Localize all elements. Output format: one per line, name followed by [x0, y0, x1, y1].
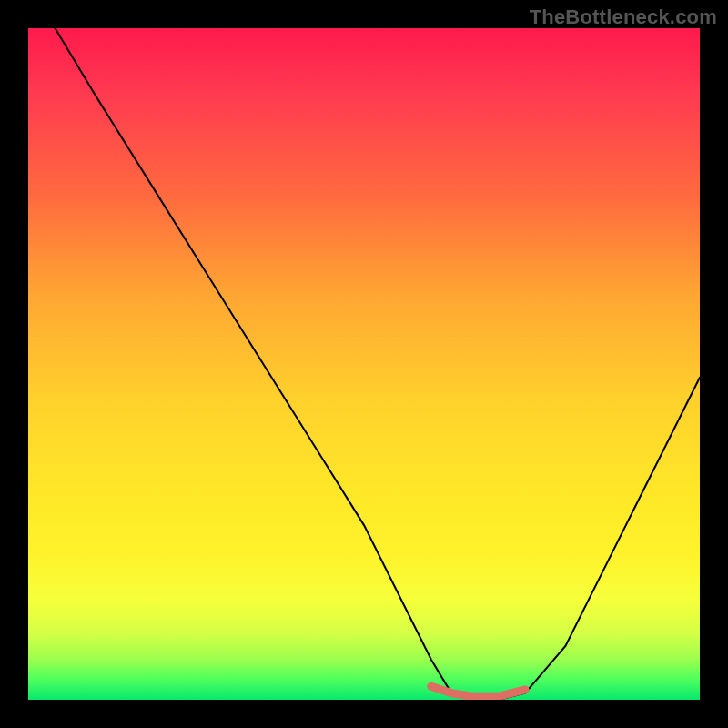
- watermark-text: TheBottleneck.com: [530, 5, 717, 29]
- floor-segment: [431, 686, 525, 696]
- chart-frame: TheBottleneck.com: [0, 0, 728, 728]
- plot-area: [28, 28, 700, 700]
- curve-svg: [28, 28, 700, 700]
- bottleneck-curve: [56, 28, 701, 700]
